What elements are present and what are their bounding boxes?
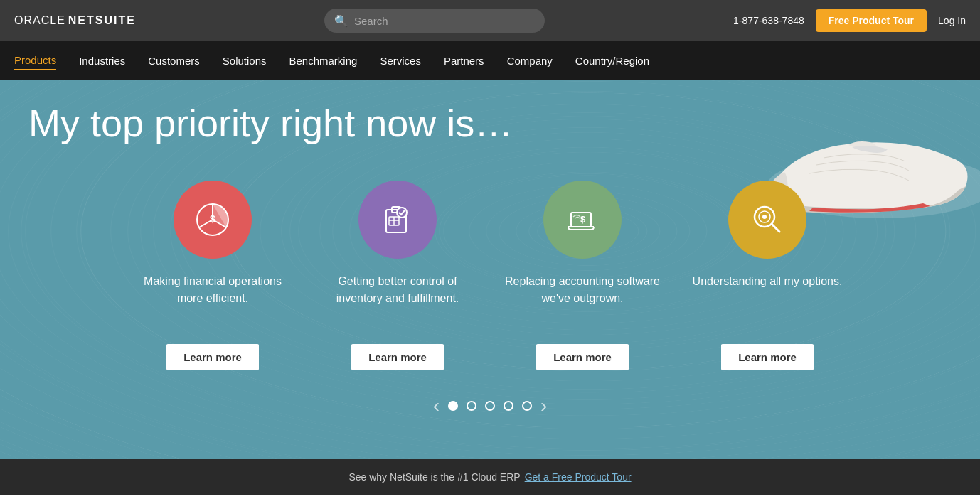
nav-item-solutions[interactable]: Solutions xyxy=(223,52,267,70)
learn-more-inventory[interactable]: Learn more xyxy=(351,344,444,370)
free-product-tour-button[interactable]: Free Product Tour xyxy=(816,9,927,32)
card-icon-financial: $ xyxy=(174,181,252,259)
logo: ORACLE NETSUITE xyxy=(14,14,136,27)
top-bar: ORACLE NETSUITE 🔍 1-877-638-7848 Free Pr… xyxy=(0,0,980,41)
nav-item-customers[interactable]: Customers xyxy=(148,52,200,70)
search-box: 🔍 xyxy=(324,9,545,33)
phone-number: 1-877-638-7848 xyxy=(733,15,804,26)
search-icon: 🔍 xyxy=(334,14,348,28)
svg-text:$: $ xyxy=(580,214,586,225)
learn-more-accounting[interactable]: Learn more xyxy=(536,344,629,370)
svg-point-17 xyxy=(762,215,767,219)
learn-more-options[interactable]: Learn more xyxy=(721,344,814,370)
nav-item-industries[interactable]: Industries xyxy=(79,52,125,70)
card-inventory: Getting better control of inventory and … xyxy=(319,181,476,370)
svg-point-11 xyxy=(397,208,407,218)
bottom-bar-text: See why NetSuite is the #1 Cloud ERP xyxy=(348,471,520,483)
nav-item-company[interactable]: Company xyxy=(507,52,553,70)
bottom-bar: See why NetSuite is the #1 Cloud ERP Get… xyxy=(0,459,980,495)
hero-section: My top priority right now is… $ Making f… xyxy=(0,80,980,459)
learn-more-financial[interactable]: Learn more xyxy=(166,344,259,370)
card-icon-accounting: $ xyxy=(543,181,622,259)
card-text-financial: Making financial operations more efficie… xyxy=(134,273,291,330)
nav-item-benchmarking[interactable]: Benchmarking xyxy=(289,52,358,70)
carousel-next-button[interactable]: › xyxy=(540,396,547,416)
svg-text:$: $ xyxy=(210,213,215,225)
carousel-nav: ‹ › xyxy=(28,396,952,416)
card-icon-options xyxy=(728,181,806,259)
cards-row: $ Making financial operations more effic… xyxy=(28,181,952,370)
nav-item-partners[interactable]: Partners xyxy=(444,52,484,70)
carousel-dot-4[interactable] xyxy=(504,401,513,411)
card-accounting: $ Replacing accounting software we've ou… xyxy=(504,181,661,370)
logo-oracle: ORACLE xyxy=(14,14,65,27)
card-icon-inventory xyxy=(358,181,437,259)
svg-line-18 xyxy=(772,224,779,232)
carousel-dot-5[interactable] xyxy=(522,401,532,411)
nav-item-services[interactable]: Services xyxy=(380,52,421,70)
hero-title: My top priority right now is… xyxy=(28,101,952,145)
search-input[interactable] xyxy=(354,15,535,27)
nav-item-country-region[interactable]: Country/Region xyxy=(575,52,649,70)
card-text-inventory: Getting better control of inventory and … xyxy=(319,273,476,330)
logo-netsuite: NETSUITE xyxy=(68,14,136,27)
card-financial: $ Making financial operations more effic… xyxy=(134,181,291,370)
carousel-prev-button[interactable]: ‹ xyxy=(433,396,440,416)
nav-bar: Products Industries Customers Solutions … xyxy=(0,41,980,80)
card-text-accounting: Replacing accounting software we've outg… xyxy=(504,273,661,330)
nav-item-products[interactable]: Products xyxy=(14,51,56,70)
search-wrap: 🔍 xyxy=(147,9,722,33)
carousel-dot-1[interactable] xyxy=(448,401,458,411)
card-text-options: Understanding all my options. xyxy=(693,273,843,330)
carousel-dot-3[interactable] xyxy=(485,401,495,411)
carousel-dot-2[interactable] xyxy=(467,401,476,411)
login-button[interactable]: Log In xyxy=(938,15,966,26)
card-options: Understanding all my options. Learn more xyxy=(689,181,846,370)
bottom-bar-link[interactable]: Get a Free Product Tour xyxy=(525,471,632,483)
